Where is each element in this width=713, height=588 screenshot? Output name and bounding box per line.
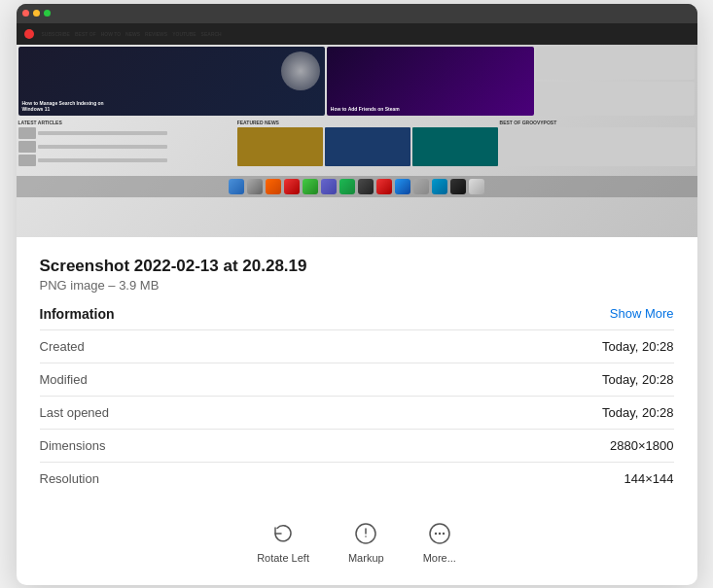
created-value: Today, 20:28 [602,339,673,354]
featured-news-col: FEATURED NEWS [237,120,498,174]
article-text [38,145,168,149]
modified-label: Modified [40,372,88,387]
nav-howto: HOW TO [101,31,121,37]
file-subtitle: PNG image – 3.9 MB [40,278,674,293]
dock-icon-11 [450,179,466,194]
hero-right-top [536,47,695,81]
more-svg [427,521,452,546]
info-section: Screenshot 2022-02-13 at 20.28.19 PNG im… [17,237,697,495]
info-section-label: Information [40,306,115,322]
svg-point-6 [443,532,445,534]
info-row-resolution: Resolution 144×144 [40,462,674,495]
minimize-dot [33,10,40,17]
featured-thumb-2 [325,127,410,166]
articles-area: LATEST ARTICLES [17,118,697,176]
article-thumb [18,155,36,166]
hero-right-bottom [536,82,695,116]
nav-news: NEWS [125,31,140,37]
nav-search: SEARCH [201,31,222,37]
dock-icon-spotify [339,179,355,194]
info-table: Created Today, 20:28 Modified Today, 20:… [40,329,674,495]
info-header: Information Show More [40,306,674,322]
browser-title-bar [17,4,697,23]
last-opened-value: Today, 20:28 [602,405,673,420]
hero-side-articles [536,47,695,116]
svg-point-5 [439,532,441,534]
markup-svg [353,521,378,546]
dock-icon-9 [413,179,429,194]
site-header: SUBSCRIBE BEST OF HOW TO NEWS REVIEWS YO… [17,23,697,45]
nav-bestof: BEST OF [75,31,96,37]
best-col: BEST OF GROOVYPOST [500,120,695,174]
dock-icon-12 [469,179,484,194]
file-title: Screenshot 2022-02-13 at 20.28.19 [40,257,674,276]
rotate-left-svg [270,521,296,546]
markup-icon [352,520,379,547]
article-item [18,155,235,166]
dimensions-value: 2880×1800 [610,438,673,453]
dock-icon-2 [266,179,281,194]
dimensions-label: Dimensions [40,438,106,453]
close-dot [22,10,29,17]
nav-reviews: REVIEWS [145,31,167,37]
dock-icon-4 [303,179,318,194]
site-nav: SUBSCRIBE BEST OF HOW TO NEWS REVIEWS YO… [42,31,222,37]
more-label: More... [423,552,456,564]
screenshot-preview: SUBSCRIBE BEST OF HOW TO NEWS REVIEWS YO… [17,4,697,237]
article-thumb [18,127,36,139]
hero-main-label: How to Manage Search Indexing onWindows … [22,100,104,112]
featured-news-title: FEATURED NEWS [237,120,498,125]
dock-icon-8 [395,179,410,194]
hero-secondary-article: How to Add Friends on Steam [327,47,534,116]
dock-icon-5 [321,179,337,194]
article-item [18,141,235,153]
site-logo [24,29,34,39]
featured-thumb-3 [412,127,498,166]
article-item [18,127,235,139]
latest-articles-col: LATEST ARTICLES [18,120,235,174]
rotate-left-button[interactable]: Rotate Left [257,520,309,564]
info-row-dimensions: Dimensions 2880×1800 [40,429,674,462]
more-icon [426,520,453,547]
featured-items [237,127,498,166]
nav-youtube: YOUTUBE [172,31,196,37]
info-row-modified: Modified Today, 20:28 [40,363,674,396]
svg-point-2 [365,536,367,537]
article-text [38,158,168,162]
created-label: Created [40,339,85,354]
show-more-button[interactable]: Show More [610,306,674,321]
info-row-created: Created Today, 20:28 [40,329,674,363]
latest-articles-title: LATEST ARTICLES [18,120,235,125]
browser-mockup: SUBSCRIBE BEST OF HOW TO NEWS REVIEWS YO… [17,4,697,237]
dock-icon-3 [284,179,300,194]
resolution-value: 144×144 [624,471,674,486]
hero-main-article: How to Manage Search Indexing onWindows … [18,47,325,116]
best-title: BEST OF GROOVYPOST [500,120,695,125]
dock-icon-finder [229,179,244,194]
dock-icon-7 [376,179,392,194]
dock-bar [17,176,697,197]
dock-icon-10 [432,179,447,194]
rotate-left-icon [269,520,297,547]
more-button[interactable]: More... [423,520,456,564]
resolution-label: Resolution [40,471,99,486]
nav-subscribe: SUBSCRIBE [42,31,70,37]
hero-area: How to Manage Search Indexing onWindows … [17,45,697,118]
last-opened-label: Last opened [40,405,110,420]
best-thumb [500,127,695,166]
info-row-last-opened: Last opened Today, 20:28 [40,396,674,429]
dock-icon-6 [358,179,374,194]
svg-point-4 [435,532,437,534]
preview-window: SUBSCRIBE BEST OF HOW TO NEWS REVIEWS YO… [17,4,697,585]
bottom-toolbar: Rotate Left Markup More.. [17,502,697,585]
article-text [38,131,168,135]
featured-thumb-1 [237,127,323,166]
maximize-dot [44,10,51,17]
browser-content: SUBSCRIBE BEST OF HOW TO NEWS REVIEWS YO… [17,23,697,237]
modified-value: Today, 20:28 [602,372,673,387]
markup-label: Markup [348,552,384,564]
markup-button[interactable]: Markup [348,520,384,564]
rotate-left-label: Rotate Left [257,552,309,564]
dock-icon-1 [247,179,263,194]
article-thumb [18,141,36,153]
